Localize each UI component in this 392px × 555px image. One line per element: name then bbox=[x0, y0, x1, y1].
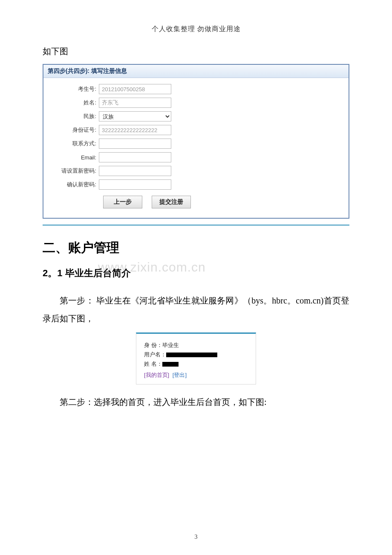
submit-register-button[interactable]: 提交注册 bbox=[152, 196, 191, 208]
input-new-password[interactable] bbox=[99, 166, 171, 176]
login-status-box: 身 份： 毕业生 用户名： 姓 名： [我的首页] [登出] bbox=[136, 332, 256, 384]
input-contact[interactable] bbox=[99, 139, 171, 149]
paragraph-step1: 第一步： 毕业生在《河北省毕业生就业服务网》（bys。hbrc。com.cn)首… bbox=[43, 292, 349, 327]
label-name: 姓名: bbox=[43, 99, 99, 107]
subsection-heading: www.zixin.com.cn 2。1 毕业生后台简介 bbox=[43, 267, 349, 280]
input-exam-no[interactable] bbox=[99, 84, 171, 94]
input-confirm-password[interactable] bbox=[99, 179, 171, 190]
form-step-title: 第四步(共四步): 填写注册信息 bbox=[43, 65, 349, 78]
paragraph-step2: 第二步：选择我的首页，进入毕业生后台首页，如下图: bbox=[43, 393, 349, 411]
page-number: 3 bbox=[0, 534, 392, 541]
label-new-password: 请设置新密码: bbox=[43, 167, 99, 175]
label-id-no: 身份证号: bbox=[43, 126, 99, 134]
input-name[interactable] bbox=[99, 98, 171, 108]
label-login-name: 姓 名： bbox=[144, 360, 162, 368]
registration-form-screenshot: 第四步(共四步): 填写注册信息 考生号: 姓名: 民族: 汉族 身份证号: bbox=[43, 64, 349, 219]
prev-step-button[interactable]: 上一步 bbox=[103, 196, 142, 208]
input-email[interactable] bbox=[99, 152, 171, 162]
section-divider bbox=[43, 225, 349, 225]
label-ethnicity: 民族: bbox=[43, 113, 99, 120]
redacted-name bbox=[162, 362, 179, 367]
label-confirm-password: 确认新密码: bbox=[43, 181, 99, 188]
redacted-username bbox=[166, 353, 217, 357]
input-id-no[interactable] bbox=[99, 125, 171, 135]
label-contact: 联系方式: bbox=[43, 140, 99, 147]
label-email: Email: bbox=[43, 154, 99, 161]
section-heading: 二、账户管理 bbox=[43, 239, 349, 257]
link-my-homepage[interactable]: [我的首页] bbox=[144, 372, 169, 378]
document-header: 个人收集整理 勿做商业用途 bbox=[43, 25, 349, 34]
caption-above-form: 如下图 bbox=[43, 46, 349, 57]
label-identity: 身 份： bbox=[144, 341, 162, 349]
select-ethnicity[interactable]: 汉族 bbox=[99, 111, 171, 121]
label-username: 用户名： bbox=[144, 351, 166, 358]
subsection-heading-text: 2。1 毕业生后台简介 bbox=[43, 268, 131, 278]
label-exam-no: 考生号: bbox=[43, 85, 99, 93]
value-identity: 毕业生 bbox=[162, 341, 179, 349]
link-logout[interactable]: [登出] bbox=[173, 372, 187, 378]
